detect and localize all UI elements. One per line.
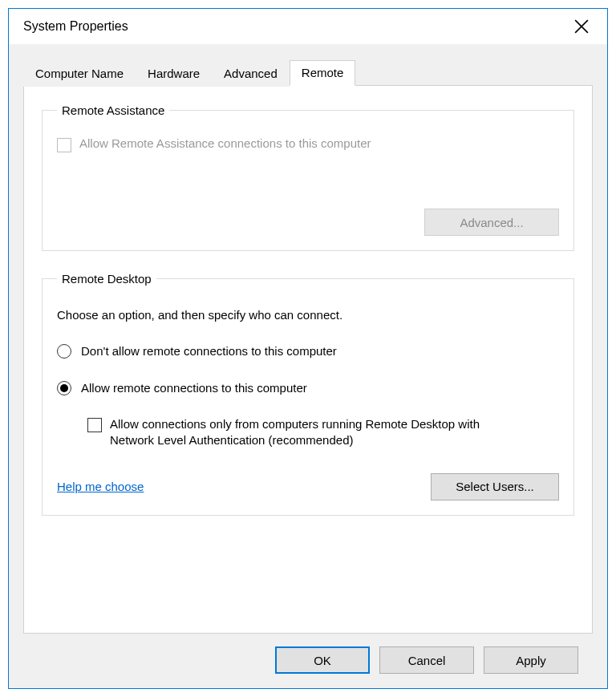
titlebar: System Properties [9, 9, 607, 44]
remote-desktop-instruction: Choose an option, and then specify who c… [57, 308, 559, 322]
allow-remote-assistance-label: Allow Remote Assistance connections to t… [79, 136, 371, 150]
nla-checkbox[interactable] [87, 418, 102, 432]
help-me-choose-link[interactable]: Help me choose [57, 480, 144, 493]
radio-allow-remote-input[interactable] [57, 381, 71, 395]
select-users-button[interactable]: Select Users... [431, 473, 559, 500]
tab-hardware[interactable]: Hardware [136, 61, 212, 87]
tab-remote[interactable]: Remote [290, 60, 356, 86]
window-title: System Properties [23, 19, 128, 34]
ok-button[interactable]: OK [275, 646, 370, 674]
remote-assistance-advanced-button: Advanced... [424, 209, 559, 236]
tabstrip: Computer Name Hardware Advanced Remote [23, 60, 593, 86]
tab-computer-name[interactable]: Computer Name [23, 61, 136, 87]
apply-button[interactable]: Apply [484, 646, 578, 674]
radio-disallow-remote[interactable]: Don't allow remote connections to this c… [57, 342, 559, 359]
tab-panel-remote: Remote Assistance Allow Remote Assistanc… [23, 85, 593, 634]
radio-allow-remote-label: Allow remote connections to this compute… [81, 381, 307, 395]
tab-advanced[interactable]: Advanced [212, 61, 290, 87]
allow-remote-assistance-row: Allow Remote Assistance connections to t… [57, 136, 559, 152]
dialog-button-row: OK Cancel Apply [23, 634, 593, 688]
allow-remote-assistance-checkbox [57, 138, 71, 152]
group-remote-assistance-legend: Remote Assistance [57, 103, 169, 117]
radio-disallow-remote-input[interactable] [57, 344, 71, 359]
nla-checkbox-row[interactable]: Allow connections only from computers ru… [87, 416, 559, 449]
group-remote-desktop-legend: Remote Desktop [57, 272, 156, 286]
radio-disallow-remote-label: Don't allow remote connections to this c… [81, 344, 337, 358]
radio-allow-remote[interactable]: Allow remote connections to this compute… [57, 379, 559, 395]
close-icon [574, 19, 589, 34]
group-remote-assistance: Remote Assistance Allow Remote Assistanc… [42, 103, 574, 251]
cancel-button[interactable]: Cancel [379, 646, 474, 674]
system-properties-window: System Properties Computer Name Hardware… [8, 8, 608, 689]
close-button[interactable] [565, 14, 598, 38]
group-remote-desktop: Remote Desktop Choose an option, and the… [42, 272, 574, 516]
nla-checkbox-label: Allow connections only from computers ru… [110, 416, 527, 449]
client-area: Computer Name Hardware Advanced Remote R… [9, 44, 607, 688]
